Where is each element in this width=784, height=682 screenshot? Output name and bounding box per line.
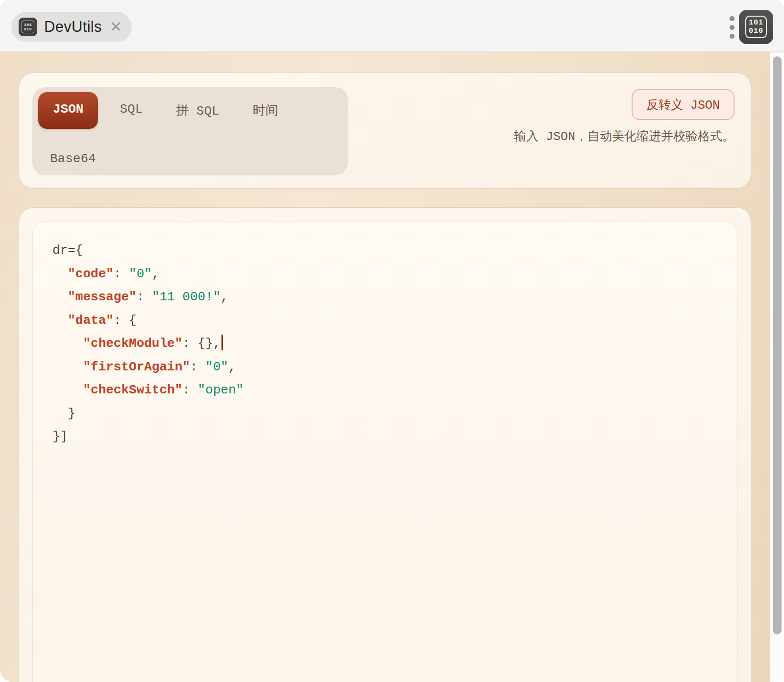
token: dr={	[52, 243, 83, 258]
token: :	[182, 383, 197, 397]
app-window: 101 010 DevUtils ✕ 101 010 JSONSQL拼 SQL时…	[0, 0, 784, 682]
tab-pin-sql[interactable]: 拼 SQL	[164, 92, 231, 129]
token: "data"	[68, 313, 114, 328]
token: "firstOrAgain"	[83, 360, 190, 374]
binary-glyph-icon: 101 010	[22, 21, 34, 33]
token	[52, 313, 68, 328]
app-title: DevUtils	[44, 18, 102, 36]
code-line: "code": "0",	[52, 263, 718, 286]
token: ,	[152, 267, 160, 281]
binary-badge-icon: 101 010	[19, 18, 37, 36]
token: "message"	[68, 290, 136, 304]
hint-text: 输入 JSON，自动美化缩进并校验格式。	[514, 128, 735, 144]
json-editor[interactable]: dr={ "code": "0", "message": "11 000!", …	[32, 221, 738, 682]
kebab-dot	[730, 16, 735, 21]
toolbar-card: JSONSQL拼 SQL时间Base64 反转义 JSON 输入 JSON，自动…	[19, 73, 751, 189]
token: "0"	[205, 360, 228, 374]
token	[52, 336, 83, 351]
token: "0"	[129, 267, 152, 281]
code-line: }]	[52, 425, 718, 449]
binary-row: 101	[24, 23, 32, 27]
token	[52, 290, 68, 304]
token: "checkSwitch"	[83, 383, 182, 397]
close-icon[interactable]: ✕	[110, 20, 122, 34]
tab-time[interactable]: 时间	[241, 92, 290, 129]
token	[52, 267, 68, 281]
tab-sql[interactable]: SQL	[108, 92, 154, 129]
code-line: "checkModule": {},	[52, 332, 718, 356]
kebab-dot	[730, 34, 735, 39]
token: }]	[52, 429, 68, 444]
editor-card: dr={ "code": "0", "message": "11 000!", …	[19, 207, 751, 682]
devutils-tab-chip[interactable]: 101 010 DevUtils ✕	[11, 12, 132, 42]
token: ,	[220, 290, 228, 304]
code-line: "data": {	[52, 309, 718, 333]
token: }	[52, 406, 75, 421]
code-line: "checkSwitch": "open"	[52, 379, 718, 402]
code-line: dr={	[52, 239, 718, 263]
token: :	[137, 290, 152, 304]
token: "11 000!"	[152, 290, 220, 304]
binary-row: 010	[749, 27, 763, 35]
binary-row: 101	[749, 19, 763, 27]
scrollbar[interactable]	[770, 52, 784, 682]
binary-grid-icon: 101 010	[745, 16, 767, 38]
token: "checkModule"	[83, 336, 182, 351]
token	[52, 360, 83, 374]
kebab-menu-icon[interactable]	[729, 16, 735, 39]
binary-row: 010	[24, 27, 32, 31]
token: ,	[228, 360, 236, 374]
toolbar-right: 反转义 JSON 输入 JSON，自动美化缩进并校验格式。	[514, 89, 735, 144]
code-line: "firstOrAgain": "0",	[52, 356, 718, 379]
unescape-json-button[interactable]: 反转义 JSON	[632, 89, 735, 120]
code-line: "message": "11 000!",	[52, 286, 718, 309]
scrollbar-thumb[interactable]	[773, 56, 782, 634]
token: : {},	[182, 336, 220, 351]
kebab-dot	[730, 25, 735, 30]
token: :	[114, 267, 129, 281]
tool-tabs: JSONSQL拼 SQL时间Base64	[32, 87, 348, 175]
text-caret	[221, 335, 223, 350]
tab-base64[interactable]: Base64	[38, 142, 108, 176]
code-line: }	[52, 402, 718, 426]
extension-button[interactable]: 101 010	[739, 10, 773, 44]
token: "code"	[68, 267, 114, 281]
token: "open"	[197, 383, 244, 397]
token	[52, 383, 83, 397]
token: :	[190, 360, 205, 374]
tab-json[interactable]: JSON	[38, 92, 98, 129]
token: : {	[114, 313, 137, 328]
titlebar: 101 010 DevUtils ✕ 101 010	[0, 0, 784, 52]
